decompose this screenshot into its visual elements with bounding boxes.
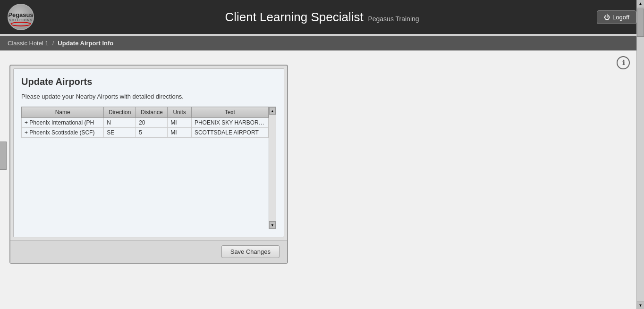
cell-units: MI (168, 118, 192, 128)
panel-title: Update Airports (21, 76, 276, 87)
cell-distance: 20 (136, 118, 168, 128)
col-header-name: Name (22, 107, 104, 118)
save-changes-button[interactable]: Save Changes (221, 245, 280, 258)
panel-inner: Update Airports Please update your Nearb… (13, 68, 284, 237)
logo-ring (10, 22, 31, 26)
table-row[interactable]: + Phoenix International (PH N 20 MI PHOE… (22, 118, 269, 128)
page-scroll-up[interactable]: ▲ (637, 0, 644, 8)
table-row[interactable]: + Phoenix Scottsdale (SCF) SE 5 MI SCOTT… (22, 128, 269, 138)
breadcrumb: Classic Hotel 1 / Update Airport Info (0, 36, 644, 50)
header-title: Client Learning Specialist Pegasus Train… (225, 10, 419, 25)
cell-name: + Phoenix International (PH (22, 118, 104, 128)
cell-direction: N (104, 118, 136, 128)
cell-name: + Phoenix Scottsdale (SCF) (22, 128, 104, 138)
cell-direction: SE (104, 128, 136, 138)
left-side-tab (0, 142, 7, 170)
main-content: ℹ Update Airports Please update your Nea… (0, 50, 644, 309)
logoff-button[interactable]: ⏻ Logoff (597, 10, 636, 24)
logoff-label: Logoff (612, 14, 629, 21)
header-title-sub: Pegasus Training (368, 15, 419, 23)
scrollbar-track (269, 115, 276, 221)
update-airports-panel: Update Airports Please update your Nearb… (9, 65, 288, 264)
col-header-distance: Distance (136, 107, 168, 118)
scrollbar-down-button[interactable]: ▼ (269, 221, 276, 229)
cell-text: PHOENIX SKY HARBOR IN (191, 118, 268, 128)
header-title-main: Client Learning Specialist (225, 10, 363, 24)
breadcrumb-current: Update Airport Info (58, 40, 113, 47)
airport-table: Name Direction Distance Units Text + Pho… (21, 107, 269, 138)
table-scrollbar: ▲ ▼ (269, 107, 276, 229)
table-body-area: Name Direction Distance Units Text + Pho… (21, 107, 269, 229)
page-scroll-down[interactable]: ▼ (637, 301, 644, 309)
logo-icon: Pegasus SOLUTIONS (8, 4, 34, 30)
col-header-units: Units (168, 107, 192, 118)
panel-footer: Save Changes (10, 240, 287, 263)
power-icon: ⏻ (604, 14, 610, 21)
col-header-text: Text (191, 107, 268, 118)
page-scrollbar: ▲ ▼ (636, 0, 644, 309)
airport-table-area: Name Direction Distance Units Text + Pho… (21, 107, 276, 229)
cell-distance: 5 (136, 128, 168, 138)
cell-text: SCOTTSDALE AIRPORT (191, 128, 268, 138)
breadcrumb-separator: / (52, 40, 54, 47)
panel-description: Please update your Nearby Airports with … (21, 93, 276, 100)
page-scroll-thumb[interactable] (637, 8, 644, 37)
logo-area: Pegasus SOLUTIONS (8, 4, 34, 30)
info-icon[interactable]: ℹ (617, 56, 630, 69)
scrollbar-up-button[interactable]: ▲ (269, 107, 276, 115)
breadcrumb-link[interactable]: Classic Hotel 1 (8, 40, 49, 47)
col-header-direction: Direction (104, 107, 136, 118)
logo-text-main: Pegasus (8, 12, 33, 18)
cell-units: MI (168, 128, 192, 138)
header: Pegasus SOLUTIONS Client Learning Specia… (0, 0, 644, 34)
